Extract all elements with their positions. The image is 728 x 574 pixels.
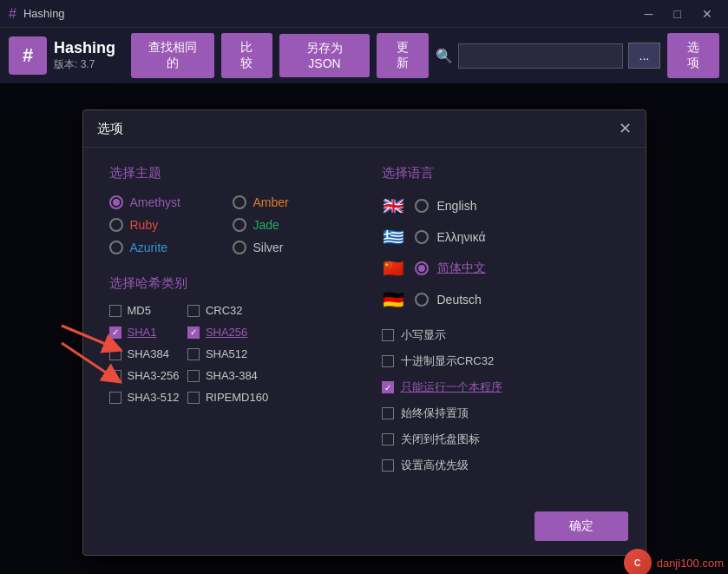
right-option-crc32decimal[interactable]: 十进制显示CRC32: [382, 353, 620, 369]
label-alwaystop: 始终保持置顶: [401, 406, 469, 421]
dialog-body: 选择主题 Amethyst Amber: [83, 148, 646, 501]
confirm-button[interactable]: 确定: [535, 511, 628, 541]
label-highpriority: 设置高优先级: [401, 458, 469, 473]
radio-amber[interactable]: [233, 195, 246, 209]
search-dots-button[interactable]: ...: [628, 43, 661, 69]
hash-option-ripemd160[interactable]: RIPEMD160: [187, 391, 268, 404]
checkbox-ripemd160[interactable]: [187, 392, 200, 404]
hash-label-sha3512: SHA3-512: [128, 391, 180, 404]
radio-chinese[interactable]: [415, 261, 429, 275]
theme-option-amber[interactable]: Amber: [233, 195, 347, 209]
options-dialog: 选项 ✕ 选择主题 Amethyst: [82, 109, 646, 556]
hash-option-crc32[interactable]: CRC32: [187, 304, 268, 317]
hash-section-title: 选择哈希类别: [109, 275, 347, 292]
theme-label-amethyst: Amethyst: [130, 195, 180, 209]
checkbox-sha3512[interactable]: [109, 392, 121, 404]
checkbox-sha384[interactable]: [109, 348, 121, 360]
hash-option-sha3512[interactable]: SHA3-512: [109, 391, 187, 404]
logo-icon: #: [9, 36, 47, 75]
checkbox-sha3384[interactable]: [187, 370, 200, 382]
checkbox-tray[interactable]: [382, 433, 394, 445]
checkbox-alwaystop[interactable]: [382, 407, 394, 419]
right-option-highpriority[interactable]: 设置高优先级: [382, 458, 620, 473]
dialog-footer: 确定: [83, 501, 646, 555]
compare-button[interactable]: 比较: [221, 33, 273, 78]
theme-option-amethyst[interactable]: Amethyst: [109, 195, 224, 209]
checkbox-sha1[interactable]: [109, 327, 121, 339]
minimize-button[interactable]: ─: [638, 3, 660, 24]
radio-greek[interactable]: [415, 230, 429, 244]
app-icon: #: [9, 6, 16, 22]
hash-option-sha384[interactable]: SHA384: [109, 347, 187, 360]
lang-label-german: Deutsch: [437, 293, 482, 307]
hash-option-sha512[interactable]: SHA512: [187, 347, 268, 360]
app-version: 版本: 3.7: [54, 57, 115, 72]
lang-option-greek[interactable]: 🇬🇷 Ελληνικά: [382, 227, 620, 247]
radio-ruby[interactable]: [109, 218, 123, 232]
find-similar-button[interactable]: 查找相同的: [131, 33, 213, 78]
hash-label-sha256: SHA256: [206, 326, 247, 339]
radio-inner-chinese: [418, 265, 425, 272]
right-option-lowercase[interactable]: 小写显示: [382, 327, 620, 343]
title-bar-text: Hashing: [23, 7, 65, 20]
checkbox-sha256[interactable]: [187, 327, 200, 339]
right-option-tray[interactable]: 关闭到托盘图标: [382, 432, 620, 447]
update-button[interactable]: 更新: [377, 33, 429, 78]
app-title-block: Hashing 版本: 3.7: [54, 39, 115, 72]
options-button[interactable]: 选项: [667, 33, 719, 78]
checkbox-md5[interactable]: [109, 305, 121, 317]
app-name: Hashing: [54, 39, 115, 57]
title-bar: # Hashing ─ □ ✕: [0, 0, 728, 28]
hash-label-sha3256: SHA3-256: [128, 369, 180, 382]
svg-line-1: [62, 326, 114, 347]
radio-inner-amethyst: [113, 199, 120, 206]
hash-option-sha1[interactable]: SHA1: [109, 326, 187, 339]
watermark-icon: C: [624, 549, 652, 574]
theme-option-silver[interactable]: Silver: [233, 241, 347, 254]
theme-section-title: 选择主题: [109, 165, 347, 181]
checkbox-crc32decimal[interactable]: [382, 355, 394, 367]
theme-option-ruby[interactable]: Ruby: [109, 218, 224, 232]
right-option-alwaystop[interactable]: 始终保持置顶: [382, 406, 620, 421]
save-json-button[interactable]: 另存为JSON: [279, 34, 369, 77]
right-option-singleinstance[interactable]: 只能运行一个本程序: [382, 379, 620, 395]
radio-amethyst[interactable]: [109, 195, 123, 209]
hash-option-sha3384[interactable]: SHA3-384: [187, 369, 268, 382]
checkbox-sha3256[interactable]: [109, 370, 121, 382]
label-lowercase: 小写显示: [401, 327, 446, 343]
theme-option-jade[interactable]: Jade: [233, 218, 347, 232]
lang-option-english[interactable]: 🇬🇧 English: [382, 195, 620, 216]
hash-label-ripemd160: RIPEMD160: [206, 391, 268, 404]
checkbox-sha512[interactable]: [187, 348, 200, 360]
main-area: 选项 ✕ 选择主题 Amethyst: [0, 83, 728, 574]
hash-option-sha256[interactable]: SHA256: [187, 326, 268, 339]
search-input[interactable]: [458, 43, 623, 69]
right-options: 小写显示 十进制显示CRC32 只能运行一个本程序 始终保持置顶: [382, 327, 620, 473]
radio-azurite[interactable]: [109, 241, 123, 254]
language-list: 🇬🇧 English 🇬🇷 Ελληνικά 🇨🇳: [382, 195, 620, 310]
hash-option-md5[interactable]: MD5: [109, 304, 187, 317]
checkbox-highpriority[interactable]: [382, 459, 394, 472]
maximize-button[interactable]: □: [667, 3, 688, 24]
checkbox-singleinstance[interactable]: [382, 381, 394, 393]
lang-option-chinese[interactable]: 🇨🇳 简体中文: [382, 258, 620, 279]
lang-option-german[interactable]: 🇩🇪 Deutsch: [382, 289, 620, 310]
close-button[interactable]: ✕: [695, 3, 719, 24]
lang-section-title: 选择语言: [382, 165, 620, 181]
checkbox-lowercase[interactable]: [382, 329, 394, 341]
hash-label-sha384: SHA384: [128, 347, 169, 360]
radio-jade[interactable]: [233, 218, 246, 232]
radio-english[interactable]: [415, 199, 429, 213]
lang-label-greek: Ελληνικά: [437, 230, 486, 244]
theme-option-azurite[interactable]: Azurite: [109, 241, 224, 254]
hash-grid: MD5 CRC32 SHA1: [109, 304, 347, 404]
search-icon-button[interactable]: 🔍: [436, 48, 453, 64]
hash-label-md5: MD5: [128, 304, 151, 317]
dialog-close-button[interactable]: ✕: [619, 119, 632, 138]
checkbox-crc32[interactable]: [187, 305, 200, 317]
radio-german[interactable]: [415, 293, 429, 307]
svg-line-3: [62, 343, 114, 378]
theme-label-amber: Amber: [253, 195, 289, 209]
hash-option-sha3256[interactable]: SHA3-256: [109, 369, 187, 382]
radio-silver[interactable]: [233, 241, 246, 254]
